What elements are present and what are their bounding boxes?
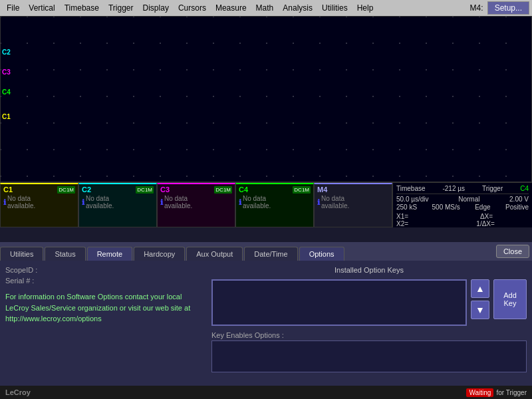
- meas-row2-left2: 500 MS/s: [432, 203, 460, 211]
- waiting-badge: Waiting: [466, 388, 493, 397]
- scope-display: C2 C3 C4 C1: [0, 16, 532, 182]
- installed-keys-title: Installed Option Keys: [211, 266, 527, 274]
- ch-c4-badge: DC1M: [293, 186, 311, 194]
- tab-hardcopy[interactable]: Hardcopy: [134, 247, 185, 261]
- x2-label: X2=: [396, 220, 408, 227]
- ch-c2-badge: DC1M: [136, 186, 154, 194]
- ch-c2-no-data: No dataavailable.: [86, 195, 114, 209]
- ch-c3-badge: DC1M: [214, 186, 232, 194]
- menu-measure[interactable]: Measure: [211, 2, 251, 14]
- ch-c2-info-icon: ℹ: [82, 198, 84, 207]
- meas-row1-left: 50.0 µs/div: [396, 196, 429, 203]
- ch-m4-no-data: No dataavailable.: [321, 195, 349, 209]
- key-enables-box: [211, 340, 527, 372]
- tab-content: ScopeID : Serial # : For information on …: [0, 261, 532, 386]
- menu-cursors[interactable]: Cursors: [174, 2, 210, 14]
- tab-status[interactable]: Status: [45, 247, 85, 261]
- ch-label-c1: C1: [2, 113, 11, 120]
- setup-button[interactable]: Setup...: [487, 1, 529, 15]
- menu-utilities[interactable]: Utilities: [318, 2, 352, 14]
- deltax-label: ΔX=: [480, 213, 493, 220]
- menu-timebase[interactable]: Timebase: [61, 2, 103, 14]
- tab-aux-output[interactable]: Aux Output: [186, 247, 243, 261]
- menu-help[interactable]: Help: [353, 2, 378, 14]
- menu-vertical[interactable]: Vertical: [25, 2, 59, 14]
- ch-c1-no-data: No dataavailable.: [7, 195, 35, 209]
- ch-c1-name: C1: [3, 186, 13, 194]
- right-options-panel: Installed Option Keys ▲ ▼ AddKey Key Ena…: [211, 266, 527, 380]
- ch-label-c3: C3: [2, 68, 11, 76]
- trigger-ch: C4: [520, 185, 529, 192]
- meas-row1-right2: 2.00 V: [509, 196, 529, 203]
- ch-c1-info-icon: ℹ: [3, 198, 6, 207]
- channel-bar-m4: M4 ℹ No dataavailable.: [314, 183, 392, 227]
- x1-label: X1=: [396, 213, 408, 220]
- ch-c2-name: C2: [82, 186, 91, 194]
- tab-date-time[interactable]: Date/Time: [244, 247, 297, 261]
- channel-bars: C1 DC1M ℹ No dataavailable. C2 DC1M ℹ No…: [0, 182, 532, 227]
- ch-c3-name: C3: [160, 186, 170, 194]
- ch-c4-info-icon: ℹ: [239, 198, 241, 207]
- info-text: For information on Software Options cont…: [5, 291, 205, 325]
- arrow-down-button[interactable]: ▼: [471, 301, 489, 319]
- close-button[interactable]: Close: [496, 245, 529, 258]
- ch-m4-name: M4: [317, 186, 327, 194]
- scope-id-label: ScopeID :: [5, 266, 59, 274]
- channel-bar-c4: C4 DC1M ℹ No dataavailable.: [235, 183, 314, 227]
- key-enables-title: Key Enables Options :: [211, 331, 527, 339]
- meas-row2-right2: Positive: [505, 203, 529, 211]
- serial-row: Serial # :: [5, 277, 205, 285]
- trigger-status: Waiting for Trigger: [466, 388, 527, 397]
- add-key-button[interactable]: AddKey: [493, 279, 527, 319]
- menu-analysis[interactable]: Analysis: [279, 2, 317, 14]
- ch-c1-badge: DC1M: [57, 186, 75, 194]
- meas-row2-right: Edge: [475, 203, 490, 211]
- m4-label: M4:: [470, 3, 483, 13]
- keys-buttons: ▲ ▼: [471, 279, 489, 326]
- ch-label-c2: C2: [2, 49, 11, 56]
- menu-display[interactable]: Display: [139, 2, 173, 14]
- menu-file[interactable]: File: [3, 2, 23, 14]
- trigger-text: for Trigger: [496, 389, 527, 396]
- measurements-panel: Timebase -212 µs Trigger C4 50.0 µs/div …: [392, 183, 532, 227]
- menu-trigger[interactable]: Trigger: [104, 2, 138, 14]
- tab-options[interactable]: Options: [299, 247, 344, 261]
- lecroy-label: LeCroy: [5, 388, 31, 396]
- enables-section: Key Enables Options :: [211, 331, 527, 372]
- ch-m4-info-icon: ℹ: [317, 198, 320, 207]
- channel-bar-c2: C2 DC1M ℹ No dataavailable.: [78, 183, 157, 227]
- grid-dots: [1, 17, 531, 182]
- meas-row2-left1: 250 kS: [396, 203, 417, 211]
- ch-c4-name: C4: [239, 186, 248, 194]
- serial-label: Serial # :: [5, 277, 59, 285]
- timebase-value: -212 µs: [442, 185, 465, 192]
- trigger-label: Trigger: [482, 185, 503, 192]
- menu-bar: File Vertical Timebase Trigger Display C…: [0, 0, 532, 16]
- ch-c3-no-data: No dataavailable.: [164, 195, 192, 209]
- left-info-panel: ScopeID : Serial # : For information on …: [5, 266, 205, 380]
- keys-list-box: [211, 279, 467, 326]
- status-bar: LeCroy Waiting for Trigger: [0, 386, 532, 399]
- channel-bar-c3: C3 DC1M ℹ No dataavailable.: [157, 183, 235, 227]
- scope-id-row: ScopeID :: [5, 266, 205, 274]
- meas-row1-right: Normal: [458, 196, 479, 203]
- keys-container: ▲ ▼ AddKey: [211, 279, 527, 326]
- menu-math[interactable]: Math: [252, 2, 278, 14]
- inv-deltax-label: 1/ΔX=: [476, 220, 495, 227]
- tabs-section: Utilities Status Remote Hardcopy Aux Out…: [0, 242, 532, 386]
- ch-c3-info-icon: ℹ: [160, 198, 163, 207]
- tab-remote[interactable]: Remote: [87, 247, 133, 261]
- channel-bar-c1: C1 DC1M ℹ No dataavailable.: [0, 183, 78, 227]
- ch-label-c4: C4: [2, 88, 11, 96]
- tab-bar: Utilities Status Remote Hardcopy Aux Out…: [0, 242, 532, 261]
- ch-c4-no-data: No dataavailable.: [243, 195, 271, 209]
- tab-utilities[interactable]: Utilities: [0, 247, 43, 261]
- arrow-up-button[interactable]: ▲: [471, 279, 489, 298]
- timebase-label: Timebase: [396, 185, 426, 192]
